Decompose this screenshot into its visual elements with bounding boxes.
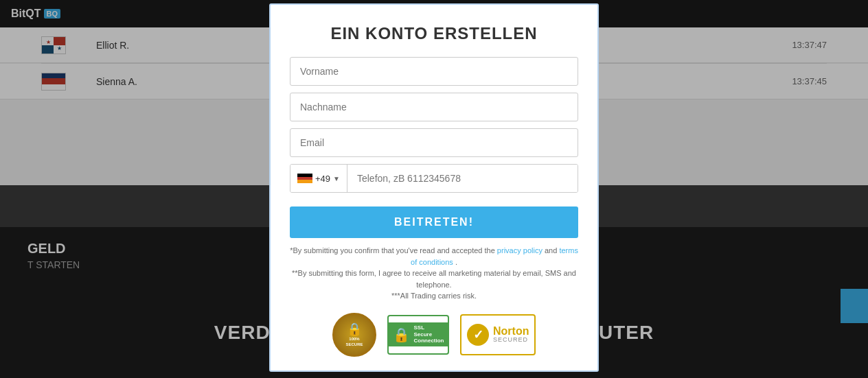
- first-name-group: [290, 57, 578, 86]
- secure-badge-content: 🔒 100% SECURE: [345, 322, 363, 346]
- phone-input[interactable]: [347, 165, 578, 192]
- ssl-shield-icon: 🔒: [393, 327, 410, 343]
- ssl-text: SSL Secure Connection: [414, 324, 444, 344]
- last-name-group: [290, 93, 578, 121]
- last-name-input[interactable]: [290, 93, 578, 121]
- disclaimer-text: *By submitting you confirm that you've r…: [290, 245, 578, 302]
- secure-text2: SECURE: [345, 342, 363, 347]
- secure-badge: 🔒 100% SECURE: [332, 313, 376, 357]
- email-input[interactable]: [290, 128, 578, 157]
- first-name-input[interactable]: [290, 57, 578, 86]
- norton-name: Norton: [493, 326, 529, 337]
- norton-text: Norton SECURED: [493, 326, 529, 343]
- norton-badge: ✓ Norton SECURED: [460, 314, 536, 355]
- ssl-badge: 🔒 SSL Secure Connection: [387, 315, 449, 355]
- trust-badges: 🔒 100% SECURE 🔒 SSL Secure Connection ✓ …: [290, 313, 578, 357]
- phone-group: +49 ▼: [290, 164, 578, 193]
- privacy-policy-link[interactable]: privacy policy: [497, 246, 545, 255]
- phone-prefix-selector[interactable]: +49 ▼: [290, 165, 347, 192]
- norton-secured-text: SECURED: [493, 337, 529, 343]
- registration-modal: EIN KONTO ERSTELLEN +49 ▼ BEITRETEN! *By…: [269, 3, 599, 372]
- phone-prefix-text: +49: [315, 174, 330, 184]
- modal-title: EIN KONTO ERSTELLEN: [290, 24, 578, 43]
- norton-checkmark-icon: ✓: [467, 324, 489, 346]
- email-group: [290, 128, 578, 157]
- lock-icon: 🔒: [345, 322, 363, 337]
- secure-text1: 100%: [345, 337, 363, 342]
- phone-row: +49 ▼: [290, 164, 578, 193]
- ssl-badge-green: 🔒 SSL Secure Connection: [389, 322, 448, 346]
- submit-button[interactable]: BEITRETEN!: [290, 206, 578, 238]
- chevron-down-icon: ▼: [333, 175, 340, 182]
- de-flag-icon: [297, 174, 312, 183]
